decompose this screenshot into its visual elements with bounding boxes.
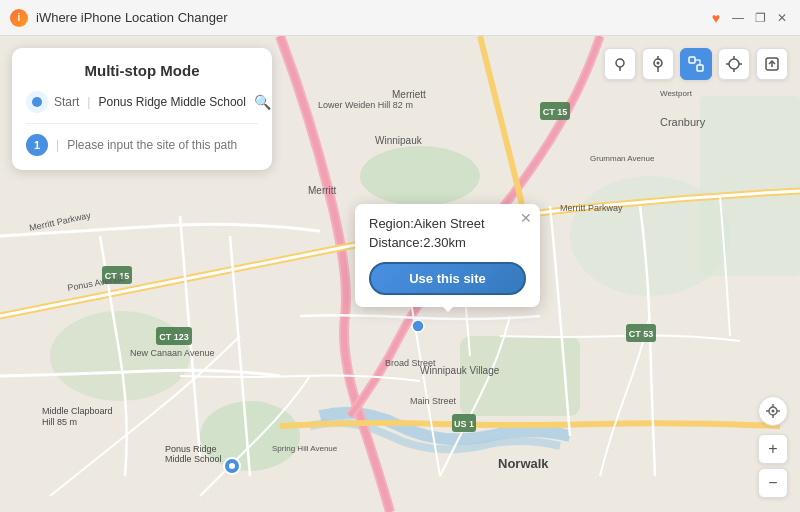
minimize-button[interactable]: —: [730, 10, 746, 26]
svg-text:Merritt: Merritt: [308, 185, 337, 196]
my-location-button[interactable]: [758, 396, 788, 426]
restore-button[interactable]: ❐: [752, 10, 768, 26]
stop-input[interactable]: [67, 138, 258, 152]
svg-text:CT 123: CT 123: [159, 332, 189, 342]
title-bar: i iWhere iPhone Location Changer ♥ — ❐ ✕: [0, 0, 800, 36]
svg-text:Ponus Ridge: Ponus Ridge: [165, 444, 217, 454]
panel-divider: [26, 123, 258, 124]
start-input[interactable]: [98, 95, 248, 109]
start-icon: [26, 91, 48, 113]
search-button[interactable]: 🔍: [254, 94, 271, 110]
stop-row: 1 |: [26, 134, 258, 156]
panel-title: Multi-stop Mode: [26, 62, 258, 79]
popup-distance: Distance:2.30km: [369, 235, 526, 250]
svg-point-41: [616, 59, 624, 67]
location-popup: ✕ Region:Aiken Street Distance:2.30km Us…: [355, 204, 540, 307]
window-controls: ♥ — ❐ ✕: [708, 10, 790, 26]
svg-rect-48: [697, 65, 703, 71]
svg-text:Cranbury: Cranbury: [660, 116, 706, 128]
close-button[interactable]: ✕: [774, 10, 790, 26]
start-row: Start | 🔍: [26, 91, 258, 113]
svg-text:Grumman Avenue: Grumman Avenue: [590, 154, 655, 163]
svg-text:Lower Weiden Hill 82 m: Lower Weiden Hill 82 m: [318, 100, 413, 110]
app-icon: i: [10, 9, 28, 27]
svg-text:Norwalk: Norwalk: [498, 456, 549, 471]
export-button[interactable]: [756, 48, 788, 80]
svg-text:Hill 85 m: Hill 85 m: [42, 417, 77, 427]
svg-text:Middle School: Middle School: [165, 454, 222, 464]
svg-text:Broad Street: Broad Street: [385, 358, 436, 368]
popup-region: Region:Aiken Street: [369, 216, 526, 231]
svg-text:Main Street: Main Street: [410, 396, 457, 406]
start-label: Start: [54, 95, 79, 109]
svg-point-51: [729, 59, 739, 69]
location-alt-button[interactable]: [642, 48, 674, 80]
svg-text:Middle Clapboard: Middle Clapboard: [42, 406, 113, 416]
zoom-in-button[interactable]: +: [758, 434, 788, 464]
svg-text:Merriett: Merriett: [392, 89, 426, 100]
svg-text:Merritt Parkway: Merritt Parkway: [560, 203, 623, 213]
svg-text:Spring Hill Avenue: Spring Hill Avenue: [272, 444, 338, 453]
crosshair-button[interactable]: [718, 48, 750, 80]
popup-close-button[interactable]: ✕: [520, 210, 532, 226]
use-this-site-button[interactable]: Use this site: [369, 262, 526, 295]
zoom-out-button[interactable]: −: [758, 468, 788, 498]
multi-stop-panel: Multi-stop Mode Start | 🔍 1 |: [12, 48, 272, 170]
svg-text:New Canaan Avenue: New Canaan Avenue: [130, 348, 214, 358]
svg-point-1: [360, 146, 480, 206]
svg-text:CT 15: CT 15: [543, 107, 568, 117]
location-pin-button[interactable]: [604, 48, 636, 80]
main-area: CT 15 CT 15 CT 123 CT 53 US 1 Cranbury N…: [0, 36, 800, 512]
app-title: iWhere iPhone Location Changer: [36, 10, 700, 25]
svg-rect-47: [689, 57, 695, 63]
svg-rect-5: [700, 96, 800, 276]
svg-text:Westport: Westport: [660, 89, 693, 98]
svg-point-59: [772, 410, 775, 413]
map-controls: + −: [758, 396, 788, 498]
svg-text:CT 53: CT 53: [629, 329, 654, 339]
svg-text:Winnipauk: Winnipauk: [375, 135, 423, 146]
heart-button[interactable]: ♥: [708, 10, 724, 26]
svg-point-19: [412, 320, 424, 332]
svg-point-44: [657, 62, 660, 65]
toolbar: [604, 48, 788, 80]
route-button[interactable]: [680, 48, 712, 80]
svg-point-18: [229, 463, 235, 469]
svg-text:US 1: US 1: [454, 419, 474, 429]
stop-number: 1: [26, 134, 48, 156]
